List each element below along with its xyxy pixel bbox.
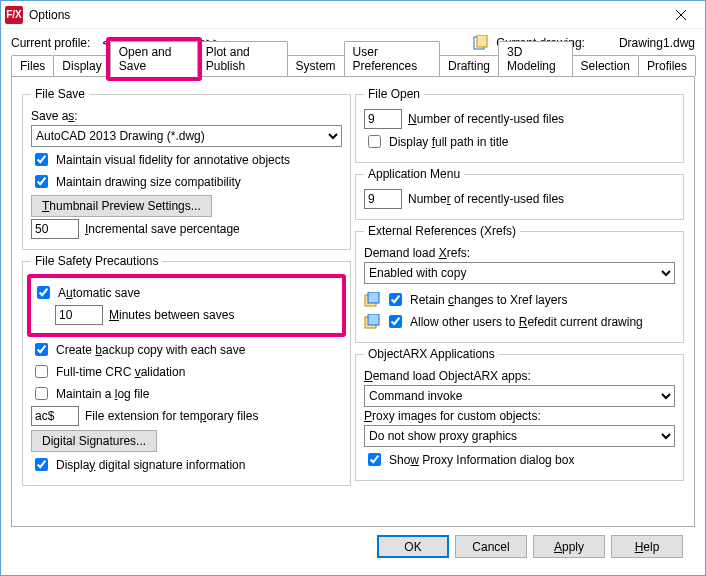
- app-menu-recent-input[interactable]: [364, 189, 402, 209]
- svg-rect-7: [368, 314, 379, 325]
- maintain-log-checkbox[interactable]: [35, 387, 48, 400]
- show-proxy-dialog-label: Show Proxy Information dialog box: [389, 453, 574, 467]
- automatic-save-checkbox[interactable]: [37, 286, 50, 299]
- legend-file-safety: File Safety Precautions: [31, 254, 162, 268]
- group-xrefs: External References (Xrefs) Demand load …: [355, 224, 684, 343]
- legend-application-menu: Application Menu: [364, 167, 464, 181]
- maintain-annotative-label: Maintain visual fidelity for annotative …: [56, 153, 290, 167]
- current-profile-label: Current profile:: [11, 36, 90, 50]
- app-icon: F/X: [5, 6, 23, 24]
- tab-strip: Files Display Open and Save Plot and Pub…: [11, 55, 695, 77]
- display-full-path-label: Display full path in title: [389, 135, 508, 149]
- group-file-safety: File Safety Precautions Automatic save M…: [22, 254, 351, 486]
- display-signature-label: Display digital signature information: [56, 458, 245, 472]
- drawing-icon: [472, 35, 488, 51]
- tab-3d-modeling[interactable]: 3D Modeling: [498, 41, 573, 76]
- save-as-combo[interactable]: AutoCAD 2013 Drawing (*.dwg): [31, 125, 342, 147]
- tab-page-open-and-save: File Save Save as: AutoCAD 2013 Drawing …: [11, 77, 695, 527]
- automatic-save-label: Automatic save: [58, 286, 140, 300]
- minutes-between-saves-label: Minutes between saves: [109, 308, 234, 322]
- create-backup-label: Create backup copy with each save: [56, 343, 245, 357]
- tab-system[interactable]: System: [287, 55, 345, 76]
- crc-validation-label: Full-time CRC validation: [56, 365, 185, 379]
- demand-load-arx-combo[interactable]: Command invoke: [364, 385, 675, 407]
- temp-file-ext-input[interactable]: [31, 406, 79, 426]
- close-icon: [676, 10, 686, 20]
- group-application-menu: Application Menu Number of recently-used…: [355, 167, 684, 220]
- legend-file-open: File Open: [364, 87, 424, 101]
- digital-signatures-button[interactable]: Digital Signatures...: [31, 430, 157, 452]
- temp-file-ext-label: File extension for temporary files: [85, 409, 258, 423]
- current-drawing-value: Drawing1.dwg: [619, 36, 695, 50]
- demand-load-xrefs-label: Demand load Xrefs:: [364, 246, 470, 260]
- apply-button[interactable]: Apply: [533, 535, 605, 558]
- svg-rect-5: [368, 292, 379, 303]
- proxy-images-combo[interactable]: Do not show proxy graphics: [364, 425, 675, 447]
- xref-layers-icon: [364, 292, 380, 308]
- file-open-recent-label: Number of recently-used files: [408, 112, 564, 126]
- window-title: Options: [29, 8, 70, 22]
- minutes-between-saves-input[interactable]: [55, 305, 103, 325]
- demand-load-arx-label: Demand load ObjectARX apps:: [364, 369, 531, 383]
- allow-refedit-label: Allow other users to Refedit current dra…: [410, 315, 643, 329]
- options-dialog: F/X Options Current profile: <<Unnamed P…: [0, 0, 706, 576]
- allow-refedit-checkbox[interactable]: [389, 315, 402, 328]
- tab-display[interactable]: Display: [53, 55, 110, 76]
- tab-files[interactable]: Files: [11, 55, 54, 76]
- close-button[interactable]: [663, 5, 699, 25]
- proxy-images-label: Proxy images for custom objects:: [364, 409, 541, 423]
- maintain-compat-label: Maintain drawing size compatibility: [56, 175, 241, 189]
- thumbnail-preview-button[interactable]: Thumbnail Preview Settings...: [31, 195, 212, 217]
- demand-load-xrefs-combo[interactable]: Enabled with copy: [364, 262, 675, 284]
- tab-user-preferences[interactable]: User Preferences: [344, 41, 440, 76]
- tab-profiles[interactable]: Profiles: [638, 55, 696, 76]
- maintain-compat-checkbox[interactable]: [35, 175, 48, 188]
- legend-objectarx: ObjectARX Applications: [364, 347, 499, 361]
- display-signature-checkbox[interactable]: [35, 458, 48, 471]
- svg-rect-3: [477, 35, 487, 47]
- tab-open-and-save[interactable]: Open and Save: [110, 41, 198, 77]
- title-bar: F/X Options: [1, 1, 705, 29]
- help-button[interactable]: Help: [611, 535, 683, 558]
- retain-xref-layers-checkbox[interactable]: [389, 293, 402, 306]
- maintain-log-label: Maintain a log file: [56, 387, 149, 401]
- cancel-button[interactable]: Cancel: [455, 535, 527, 558]
- app-menu-recent-label: Number of recently-used files: [408, 192, 564, 206]
- file-open-recent-input[interactable]: [364, 109, 402, 129]
- legend-xrefs: External References (Xrefs): [364, 224, 520, 238]
- group-objectarx: ObjectARX Applications Demand load Objec…: [355, 347, 684, 481]
- create-backup-checkbox[interactable]: [35, 343, 48, 356]
- maintain-annotative-checkbox[interactable]: [35, 153, 48, 166]
- show-proxy-dialog-checkbox[interactable]: [368, 453, 381, 466]
- save-as-label: Save as:: [31, 109, 78, 123]
- tab-drafting[interactable]: Drafting: [439, 55, 499, 76]
- dialog-button-row: OK Cancel Apply Help: [11, 527, 695, 558]
- refedit-icon: [364, 314, 380, 330]
- incremental-save-input[interactable]: [31, 219, 79, 239]
- group-file-open: File Open Number of recently-used files …: [355, 87, 684, 163]
- highlight-automatic-save: Automatic save Minutes between saves: [27, 274, 346, 337]
- legend-file-save: File Save: [31, 87, 89, 101]
- group-file-save: File Save Save as: AutoCAD 2013 Drawing …: [22, 87, 351, 250]
- retain-xref-layers-label: Retain changes to Xref layers: [410, 293, 567, 307]
- tab-plot-and-publish[interactable]: Plot and Publish: [197, 41, 288, 76]
- display-full-path-checkbox[interactable]: [368, 135, 381, 148]
- ok-button[interactable]: OK: [377, 535, 449, 558]
- tab-selection[interactable]: Selection: [572, 55, 639, 76]
- crc-validation-checkbox[interactable]: [35, 365, 48, 378]
- incremental-save-label: Incremental save percentage: [85, 222, 240, 236]
